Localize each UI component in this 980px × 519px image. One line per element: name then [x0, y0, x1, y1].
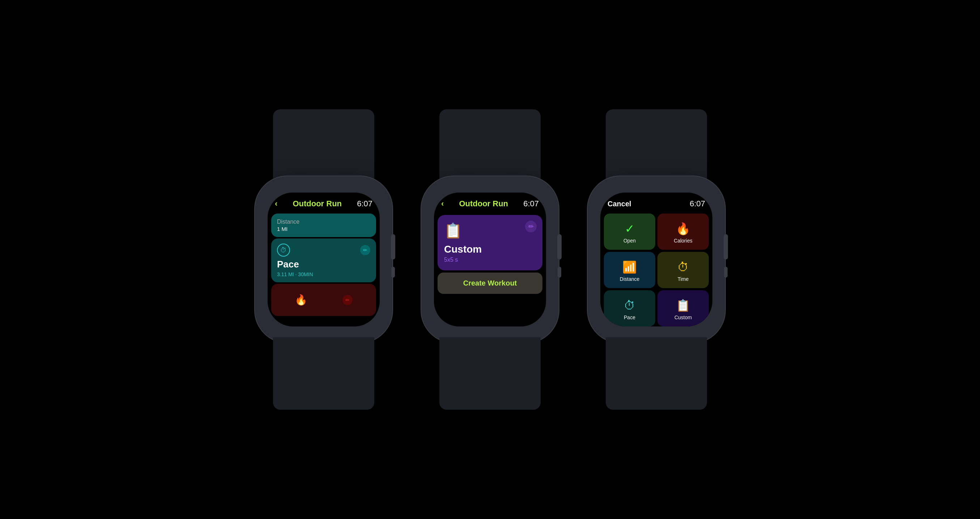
watch-band-top-2 — [439, 109, 541, 182]
screen3-header: Cancel 6:07 — [600, 193, 713, 212]
distance-label: Distance — [277, 219, 370, 225]
distance-value: 1 MI — [277, 226, 370, 232]
watch-body-3: Cancel 6:07 ✓ Open 🔥 Calories — [588, 176, 725, 343]
pace-edit-icon[interactable]: ✏ — [360, 245, 370, 255]
watch-side-button-1 — [391, 267, 395, 278]
watch-band-top-3 — [606, 109, 707, 182]
screen1-time: 6:07 — [357, 199, 372, 208]
watch-band-top-1 — [273, 109, 374, 182]
pace-subtitle: 3.11 MI · 30MIN — [277, 271, 370, 277]
time-label: Time — [678, 276, 689, 282]
screen2-time: 6:07 — [523, 199, 539, 208]
screen2-header: ‹ Outdoor Run 6:07 — [434, 193, 546, 212]
watch-side-button-2 — [558, 267, 561, 278]
screen2-title: Outdoor Run — [459, 199, 508, 208]
watch-body-2: ‹ Outdoor Run 6:07 📋 ✏ Custom 5x5 s Crea… — [421, 176, 559, 343]
custom-card-title: Custom — [444, 244, 536, 255]
cancel-button[interactable]: Cancel — [608, 200, 632, 208]
pace-icon-row: ⏱ ✏ — [277, 244, 370, 257]
distance-label: Distance — [620, 276, 640, 282]
open-check-icon: ✓ — [625, 222, 635, 236]
screen1-title: Outdoor Run — [293, 199, 342, 208]
flame-icon: 🔥 — [295, 294, 307, 306]
calories-flame-icon: 🔥 — [676, 222, 690, 236]
goal-type-grid: ✓ Open 🔥 Calories 📶 Distance — [600, 212, 713, 326]
watch-screen-1: ‹ Outdoor Run 6:07 Distance 1 MI ⏱ ✏ Pac… — [267, 193, 380, 326]
calories-label: Calories — [674, 238, 692, 244]
goal-custom-button[interactable]: 📋 Custom — [657, 290, 709, 326]
watch-screen-3: Cancel 6:07 ✓ Open 🔥 Calories — [600, 193, 713, 326]
watch-band-bottom-3 — [606, 337, 707, 410]
back-arrow-1[interactable]: ‹ — [275, 199, 277, 208]
custom-workout-card[interactable]: 📋 ✏ Custom 5x5 s — [438, 215, 542, 270]
pace-card[interactable]: ⏱ ✏ Pace 3.11 MI · 30MIN — [271, 238, 376, 282]
screen3-time: 6:07 — [690, 199, 705, 208]
watch-band-bottom-1 — [273, 337, 374, 410]
watch-3: Cancel 6:07 ✓ Open 🔥 Calories — [588, 176, 725, 343]
goal-pace-button[interactable]: ⏱ Pace — [604, 290, 655, 326]
pace-stopwatch-icon: ⏱ — [624, 299, 635, 312]
screen1-header: ‹ Outdoor Run 6:07 — [267, 193, 380, 212]
distance-card[interactable]: Distance 1 MI — [271, 214, 376, 237]
pace-title: Pace — [277, 259, 370, 270]
pace-label: Pace — [624, 315, 635, 320]
pencil-edit-icon[interactable]: ✏ — [525, 221, 537, 232]
watch-crown-2 — [557, 234, 562, 260]
calories-card[interactable]: 🔥 ✏ — [271, 284, 376, 316]
goal-distance-button[interactable]: 📶 Distance — [604, 252, 655, 288]
custom-clipboard-icon: 📋 — [676, 299, 690, 312]
time-clock-icon: ⏱ — [677, 260, 689, 274]
calories-edit-icon[interactable]: ✏ — [342, 295, 353, 305]
goal-time-button[interactable]: ⏱ Time — [657, 252, 709, 288]
watch-1: ‹ Outdoor Run 6:07 Distance 1 MI ⏱ ✏ Pac… — [255, 176, 392, 343]
watch-side-button-3 — [724, 267, 728, 278]
watch-crown-1 — [391, 234, 395, 260]
custom-card-subtitle: 5x5 s — [444, 257, 536, 263]
goal-calories-button[interactable]: 🔥 Calories — [657, 214, 709, 250]
watch-band-bottom-2 — [439, 337, 541, 410]
watch-2: ‹ Outdoor Run 6:07 📋 ✏ Custom 5x5 s Crea… — [421, 176, 559, 343]
create-workout-button[interactable]: Create Workout — [438, 273, 542, 294]
custom-label: Custom — [675, 315, 692, 320]
pace-icon: ⏱ — [277, 244, 290, 257]
watch-crown-3 — [724, 234, 728, 260]
watches-container: ‹ Outdoor Run 6:07 Distance 1 MI ⏱ ✏ Pac… — [255, 176, 725, 343]
open-label: Open — [624, 238, 636, 244]
calories-row: 🔥 ✏ — [277, 289, 370, 311]
back-arrow-2[interactable]: ‹ — [441, 199, 444, 208]
distance-bars-icon: 📶 — [622, 260, 637, 274]
goal-open-button[interactable]: ✓ Open — [604, 214, 655, 250]
watch-body-1: ‹ Outdoor Run 6:07 Distance 1 MI ⏱ ✏ Pac… — [255, 176, 392, 343]
watch-screen-2: ‹ Outdoor Run 6:07 📋 ✏ Custom 5x5 s Crea… — [434, 193, 546, 326]
clipboard-icon: 📋 — [444, 222, 536, 239]
